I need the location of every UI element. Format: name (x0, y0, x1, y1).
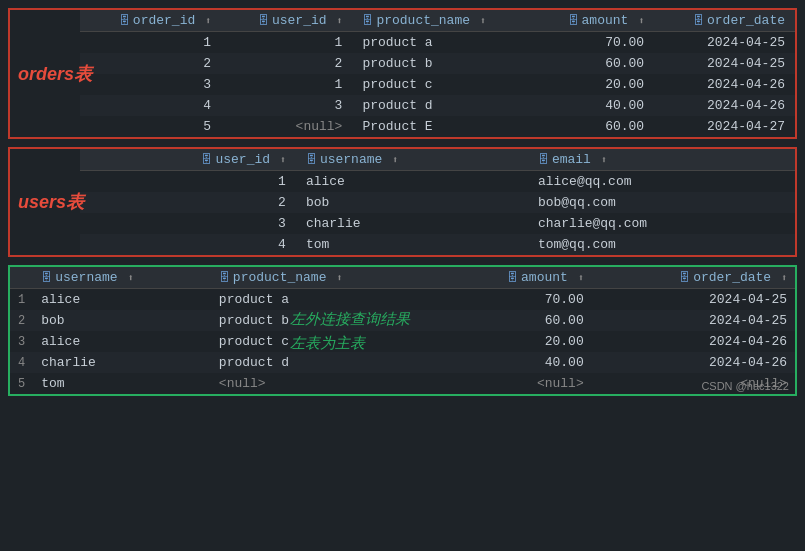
row-num-cell: 5 (10, 373, 33, 394)
db-icon: 🗄 (258, 14, 269, 27)
product-name-cell: <null> (211, 373, 440, 394)
amount-cell: 40.00 (533, 95, 654, 116)
username-cell: bob (296, 192, 528, 213)
row-num-cell: 2 (10, 310, 33, 331)
orders-section: orders表 🗄order_id ⬆ 🗄user_id ⬆ (8, 8, 797, 139)
db-icon: 🗄 (693, 14, 704, 27)
table-row: 1 1 product a 70.00 2024-04-25 (80, 32, 795, 54)
username-cell: alice (33, 289, 211, 311)
username-cell: charlie (33, 352, 211, 373)
db-icon: 🗄 (306, 153, 317, 166)
result-col-amount[interactable]: 🗄amount ⬆ (440, 267, 592, 289)
db-icon: 🗄 (538, 153, 549, 166)
sort-icon: ⬆ (336, 273, 342, 284)
product-name-cell: product d (352, 95, 532, 116)
table-row: 1 alice product a 70.00 2024-04-25 (10, 289, 795, 311)
table-row: 3 1 product c 20.00 2024-04-26 (80, 74, 795, 95)
table-row: 4 tom tom@qq.com (80, 234, 795, 255)
amount-cell: 60.00 (533, 53, 654, 74)
table-row: 2 bob bob@qq.com (80, 192, 795, 213)
email-cell: tom@qq.com (528, 234, 795, 255)
table-row: 2 2 product b 60.00 2024-04-25 (80, 53, 795, 74)
user-id-cell: 1 (221, 74, 352, 95)
product-name-cell: Product E (352, 116, 532, 137)
user-id-cell: <null> (221, 116, 352, 137)
table-row: 2 bob product b 60.00 2024-04-25 (10, 310, 795, 331)
order-date-cell: 2024-04-26 (592, 352, 795, 373)
db-icon: 🗄 (679, 271, 690, 284)
table-row: 3 alice product c 20.00 2024-04-26 (10, 331, 795, 352)
user-id-cell: 2 (80, 192, 296, 213)
order-date-cell: 2024-04-27 (654, 116, 795, 137)
username-cell: tom (296, 234, 528, 255)
order-id-cell: 5 (80, 116, 221, 137)
table-row: 4 3 product d 40.00 2024-04-26 (80, 95, 795, 116)
orders-col-user_id[interactable]: 🗄user_id ⬆ (221, 10, 352, 32)
orders-col-order_date[interactable]: 🗄order_date (654, 10, 795, 32)
db-icon: 🗄 (362, 14, 373, 27)
table-row: 3 charlie charlie@qq.com (80, 213, 795, 234)
users-col-username[interactable]: 🗄username ⬆ (296, 149, 528, 171)
amount-cell: 70.00 (440, 289, 592, 311)
result-col-product_name[interactable]: 🗄product_name ⬆ (211, 267, 440, 289)
order-date-cell: 2024-04-26 (592, 331, 795, 352)
users-col-user_id[interactable]: 🗄user_id ⬆ (80, 149, 296, 171)
amount-cell: 20.00 (440, 331, 592, 352)
db-icon: 🗄 (41, 271, 52, 284)
row-num-cell: 4 (10, 352, 33, 373)
order-id-cell: 1 (80, 32, 221, 54)
amount-cell: 40.00 (440, 352, 592, 373)
user-id-cell: 1 (221, 32, 352, 54)
db-icon: 🗄 (119, 14, 130, 27)
order-id-cell: 2 (80, 53, 221, 74)
csdn-tag: CSDN @hac1322 (701, 380, 789, 392)
sort-icon: ⬆ (578, 273, 584, 284)
amount-cell: <null> (440, 373, 592, 394)
db-icon: 🗄 (201, 153, 212, 166)
orders-label: orders表 (18, 62, 92, 86)
result-section: 左外连接查询结果 左表为主表 🗄username ⬆ 🗄product_name… (8, 265, 797, 396)
username-cell: alice (296, 171, 528, 193)
sort-icon: ⬆ (781, 273, 787, 284)
username-cell: charlie (296, 213, 528, 234)
order-date-cell: 2024-04-25 (592, 289, 795, 311)
result-col-order_date[interactable]: 🗄order_date ⬆ (592, 267, 795, 289)
order-id-cell: 4 (80, 95, 221, 116)
table-row: 4 charlie product d 40.00 2024-04-26 (10, 352, 795, 373)
amount-cell: 60.00 (533, 116, 654, 137)
amount-cell: 20.00 (533, 74, 654, 95)
orders-col-order_id[interactable]: 🗄order_id ⬆ (80, 10, 221, 32)
orders-col-product_name[interactable]: 🗄product_name ⬆ (352, 10, 532, 32)
user-id-cell: 3 (221, 95, 352, 116)
order-date-cell: 2024-04-25 (654, 32, 795, 54)
table-row: 5 tom <null> <null> <null> (10, 373, 795, 394)
order-id-cell: 3 (80, 74, 221, 95)
product-name-cell: product b (352, 53, 532, 74)
users-table: 🗄user_id ⬆ 🗄username ⬆ 🗄email ⬆ (80, 149, 795, 255)
user-id-cell: 2 (221, 53, 352, 74)
table-row: 1 alice alice@qq.com (80, 171, 795, 193)
result-col-username[interactable]: 🗄username ⬆ (33, 267, 211, 289)
username-cell: bob (33, 310, 211, 331)
amount-cell: 60.00 (440, 310, 592, 331)
amount-cell: 70.00 (533, 32, 654, 54)
orders-col-amount[interactable]: 🗄amount ⬆ (533, 10, 654, 32)
order-date-cell: 2024-04-25 (592, 310, 795, 331)
row-num-cell: 3 (10, 331, 33, 352)
email-cell: alice@qq.com (528, 171, 795, 193)
sort-icon: ⬆ (205, 16, 211, 27)
order-date-cell: 2024-04-26 (654, 74, 795, 95)
sort-icon: ⬆ (127, 273, 133, 284)
user-id-cell: 4 (80, 234, 296, 255)
product-name-cell: product c (352, 74, 532, 95)
product-name-cell: product a (352, 32, 532, 54)
product-name-cell: product a (211, 289, 440, 311)
users-col-email[interactable]: 🗄email ⬆ (528, 149, 795, 171)
result-table: 🗄username ⬆ 🗄product_name ⬆ 🗄amount ⬆ 🗄o… (10, 267, 795, 394)
db-icon: 🗄 (219, 271, 230, 284)
sort-icon: ⬆ (601, 155, 607, 166)
product-name-cell: product d (211, 352, 440, 373)
sort-icon: ⬆ (336, 16, 342, 27)
result-row-num-col (10, 267, 33, 289)
users-section: users表 🗄user_id ⬆ 🗄username ⬆ (8, 147, 797, 257)
